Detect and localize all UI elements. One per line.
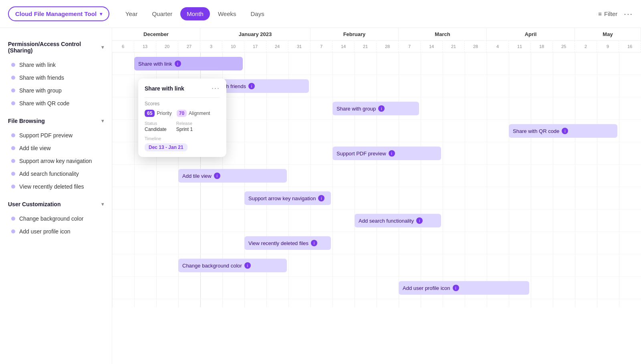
month-label: February (310, 28, 399, 40)
sidebar-item-label: View recently deleted files (19, 183, 84, 190)
info-icon[interactable]: i (453, 285, 459, 291)
info-icon[interactable]: i (318, 195, 325, 201)
timeline-value: Dec 13 - Jan 21 (145, 143, 187, 151)
info-icon[interactable]: i (214, 173, 220, 179)
week-cell: 21 (443, 41, 465, 52)
dot-icon (11, 63, 15, 67)
gantt-row (112, 277, 641, 299)
info-icon[interactable]: i (389, 150, 395, 157)
bar-label: Share with link (138, 61, 172, 67)
month-label: December (112, 28, 200, 40)
bar-label: Add tile view (182, 173, 212, 179)
gantt-bar[interactable]: Support PDF previewi (333, 147, 441, 160)
meta-row: Status Candidate Release Sprint 1 (145, 121, 220, 132)
sidebar-item-search[interactable]: Add search functionality (0, 167, 112, 180)
gantt-bar[interactable]: Change background colori (178, 259, 287, 272)
week-row: 6132027310172431714212871421284111825291… (112, 41, 641, 52)
dot-icon (11, 217, 15, 221)
week-cell: 16 (619, 41, 641, 52)
sidebar-item-user-profile-icon[interactable]: Add user profile icon (0, 225, 112, 238)
popup-title: Share with link (145, 85, 184, 92)
info-icon[interactable]: i (562, 128, 568, 134)
dot-icon (11, 133, 15, 137)
sidebar-item-share-qr[interactable]: Share with QR code (0, 97, 112, 110)
week-cell: 13 (134, 41, 156, 52)
week-cell: 4 (487, 41, 509, 52)
sidebar-section-file-browsing-header[interactable]: File Browsing ▾ (0, 113, 112, 129)
bar-label: Share with group (337, 106, 376, 112)
sidebar: Permission/Access Control (Sharing) ▾ Sh… (0, 28, 112, 364)
month-label: January 2023 (200, 28, 310, 40)
sidebar-section-file-browsing-label: File Browsing (8, 118, 45, 124)
gantt-row (112, 187, 641, 209)
sidebar-item-label: Support PDF preview (19, 132, 73, 139)
bar-label: Add user profile icon (403, 285, 450, 291)
alignment-score: 70 Alignment (177, 110, 210, 117)
sidebar-item-tile-view[interactable]: Add tile view (0, 142, 112, 155)
timeline-header: DecemberJanuary 2023FebruaryMarchAprilMa… (112, 28, 641, 52)
status-value: Candidate (145, 127, 167, 132)
gantt-bar[interactable]: View recently deleted filesi (244, 236, 331, 250)
tab-weeks[interactable]: Weeks (212, 7, 243, 20)
bar-label: Support PDF preview (337, 151, 386, 157)
chevron-down-icon: ▾ (101, 118, 104, 124)
week-cell: 10 (222, 41, 244, 52)
week-cell: 2 (575, 41, 597, 52)
header: Cloud File Management Tool ▾ Year Quarte… (0, 0, 641, 28)
sidebar-section-permission-header[interactable]: Permission/Access Control (Sharing) ▾ (0, 36, 112, 58)
gantt-bar[interactable]: Share with groupi (333, 102, 419, 115)
sidebar-item-label: Support arrow key navigation (19, 158, 92, 164)
sidebar-section-file-browsing: File Browsing ▾ Support PDF preview Add … (0, 113, 112, 193)
app-dropdown[interactable]: Cloud File Management Tool ▾ (8, 6, 109, 21)
nav-tabs: Year Quarter Month Weeks Days (119, 7, 271, 20)
sidebar-item-arrow-nav[interactable]: Support arrow key navigation (0, 155, 112, 167)
sidebar-item-label: Change background color (19, 215, 83, 222)
header-right: ≡ Filter ··· (598, 9, 633, 18)
filter-button[interactable]: ≡ Filter (598, 10, 617, 17)
sidebar-item-change-bg[interactable]: Change background color (0, 212, 112, 225)
gantt-bar[interactable]: Support arrow key navigationi (244, 191, 331, 205)
sidebar-item-share-friends[interactable]: Share with friends (0, 71, 112, 84)
info-icon[interactable]: i (248, 83, 255, 89)
gantt-bar[interactable]: Add tile viewi (178, 169, 287, 183)
gantt-bar[interactable]: Add user profile iconi (399, 281, 529, 295)
tab-month[interactable]: Month (180, 7, 210, 20)
info-icon[interactable]: i (175, 60, 181, 67)
week-cell: 28 (377, 41, 399, 52)
info-icon[interactable]: i (378, 105, 385, 112)
info-icon[interactable]: i (244, 262, 251, 269)
week-cell: 27 (178, 41, 200, 52)
dot-icon (11, 159, 15, 163)
tab-quarter[interactable]: Quarter (145, 7, 179, 20)
sidebar-section-permission-label: Permission/Access Control (Sharing) (8, 41, 101, 54)
info-icon[interactable]: i (311, 240, 317, 246)
sidebar-item-pdf-preview[interactable]: Support PDF preview (0, 129, 112, 142)
sidebar-item-share-group[interactable]: Share with group (0, 84, 112, 97)
chevron-down-icon: ▾ (101, 44, 104, 50)
dot-icon (11, 146, 15, 150)
tab-year[interactable]: Year (119, 7, 144, 20)
popup-more-icon[interactable]: ··· (212, 84, 220, 93)
month-row: DecemberJanuary 2023FebruaryMarchAprilMa… (112, 28, 641, 41)
sidebar-item-label: Share with friends (19, 74, 64, 81)
gantt-bar[interactable]: Share with QR codei (509, 124, 617, 138)
week-cell: 14 (421, 41, 443, 52)
more-options-button[interactable]: ··· (624, 9, 633, 18)
priority-score: 65 Priority (145, 110, 172, 117)
status-key: Status (145, 121, 167, 126)
bar-label: View recently deleted files (248, 240, 308, 246)
sidebar-section-user-customization-header[interactable]: User Customization ▾ (0, 196, 112, 212)
gantt-bar[interactable]: Share with linki (134, 57, 243, 70)
sidebar-item-recently-deleted[interactable]: View recently deleted files (0, 180, 112, 193)
sidebar-section-user-customization: User Customization ▾ Change background c… (0, 196, 112, 238)
sidebar-item-share-link[interactable]: Share with link (0, 58, 112, 71)
gantt-bar[interactable]: Add search functionalityi (355, 214, 441, 227)
app-title: Cloud File Management Tool (15, 10, 97, 17)
month-label: March (399, 28, 487, 40)
tab-days[interactable]: Days (244, 7, 271, 20)
release-item: Release Sprint 1 (176, 121, 193, 132)
info-icon[interactable]: i (416, 217, 423, 224)
dot-icon (11, 172, 15, 176)
filter-icon: ≡ (598, 10, 602, 17)
week-cell: 7 (310, 41, 333, 52)
